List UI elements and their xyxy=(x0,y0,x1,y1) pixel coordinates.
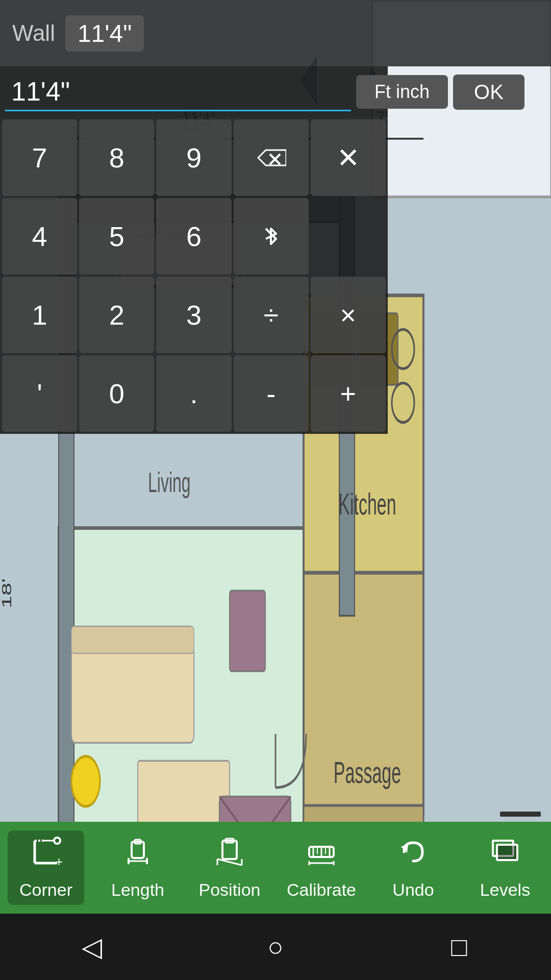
length-label: Length xyxy=(111,880,164,900)
key-0[interactable]: 0 xyxy=(79,355,154,432)
bottom-toolbar: + Corner Length Po xyxy=(0,822,551,914)
measurement-input[interactable] xyxy=(5,73,351,111)
svg-point-52 xyxy=(54,838,60,844)
back-button[interactable]: ◁ xyxy=(66,921,117,972)
key-8[interactable]: 8 xyxy=(79,119,154,196)
key-backspace[interactable] xyxy=(234,119,309,196)
key-minus[interactable]: - xyxy=(234,355,309,432)
svg-text:Living: Living xyxy=(148,467,191,499)
key-3[interactable]: 3 xyxy=(156,277,231,353)
top-bar: Wall 11'4" xyxy=(0,0,551,66)
corner-label: Corner xyxy=(19,880,72,900)
input-row: Ft inch OK xyxy=(0,66,388,117)
keypad-grid: 7 8 9 ✕ 4 5 6 1 2 3 ÷ × ' 0 . - xyxy=(0,117,388,434)
toolbar-item-levels[interactable]: Levels xyxy=(467,836,543,900)
key-4[interactable]: 4 xyxy=(2,198,77,275)
svg-text:Passage: Passage xyxy=(334,755,401,789)
levels-label: Levels xyxy=(480,880,530,900)
svg-text:Kitchen: Kitchen xyxy=(338,487,396,521)
recent-button[interactable]: □ xyxy=(434,921,485,972)
levels-icon xyxy=(489,836,521,876)
undo-icon xyxy=(397,836,430,876)
key-plus[interactable]: + xyxy=(311,355,386,432)
length-icon xyxy=(121,836,154,876)
hamburger-line-1 xyxy=(500,812,541,817)
wall-label: Wall xyxy=(12,20,55,46)
key-empty xyxy=(311,198,386,275)
svg-point-23 xyxy=(71,756,100,806)
undo-label: Undo xyxy=(392,880,434,900)
key-2[interactable]: 2 xyxy=(79,277,154,353)
svg-text:+: + xyxy=(55,854,62,868)
key-1[interactable]: 1 xyxy=(2,277,77,353)
key-9[interactable]: 9 xyxy=(156,119,231,196)
svg-rect-17 xyxy=(230,591,265,671)
key-divide[interactable]: ÷ xyxy=(234,277,309,353)
toolbar-item-length[interactable]: Length xyxy=(99,836,176,900)
toolbar-item-corner[interactable]: + Corner xyxy=(8,830,84,905)
keypad-overlay: Ft inch OK 7 8 9 ✕ 4 5 6 1 2 3 ÷ xyxy=(0,66,388,434)
key-close[interactable]: ✕ xyxy=(311,119,386,196)
key-bluetooth[interactable] xyxy=(234,198,309,275)
wall-value-box: 11'4" xyxy=(65,15,144,52)
corner-icon: + xyxy=(30,836,62,876)
svg-rect-12 xyxy=(71,626,194,653)
key-5[interactable]: 5 xyxy=(79,198,154,275)
key-apostrophe[interactable]: ' xyxy=(2,355,77,432)
toolbar-item-undo[interactable]: Undo xyxy=(375,836,452,900)
key-6[interactable]: 6 xyxy=(156,198,231,275)
svg-rect-76 xyxy=(497,845,517,860)
ft-inch-button[interactable]: Ft inch xyxy=(356,75,448,109)
key-7[interactable]: 7 xyxy=(2,119,77,196)
navigation-bar: ◁ ○ □ xyxy=(0,914,551,980)
svg-text:18': 18' xyxy=(0,578,14,608)
position-label: Position xyxy=(199,880,261,900)
position-icon xyxy=(213,836,246,876)
toolbar-item-position[interactable]: Position xyxy=(191,836,268,900)
key-multiply[interactable]: × xyxy=(311,277,386,353)
ok-button[interactable]: OK xyxy=(453,75,524,110)
key-dot[interactable]: . xyxy=(156,355,231,432)
home-button[interactable]: ○ xyxy=(250,921,301,972)
calibrate-label: Calibrate xyxy=(287,880,356,900)
toolbar-item-calibrate[interactable]: Calibrate xyxy=(283,836,360,900)
calibrate-icon xyxy=(305,836,338,876)
